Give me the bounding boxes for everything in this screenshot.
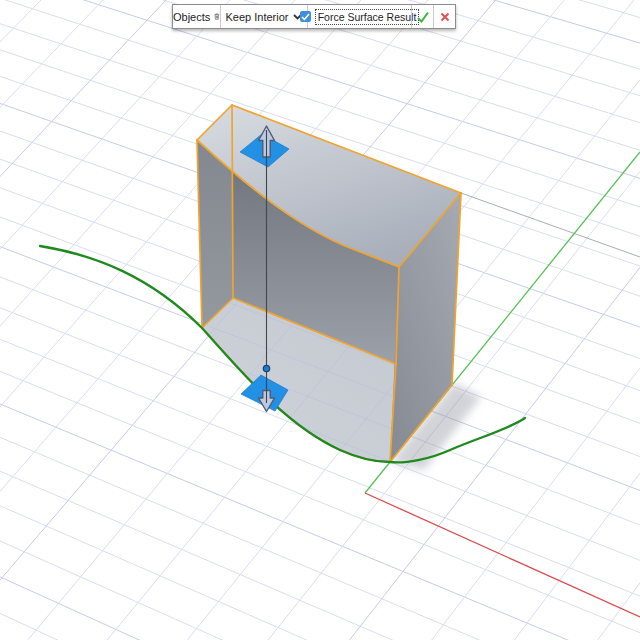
cancel-button[interactable]	[434, 5, 455, 28]
keep-interior-label: Keep Interior	[226, 11, 289, 23]
viewport-3d[interactable]	[0, 0, 640, 640]
force-surface-checkbox[interactable]	[300, 11, 311, 22]
force-surface-label[interactable]: Force Surface Result	[315, 9, 420, 25]
keep-interior-dropdown[interactable]: Keep Interior	[221, 5, 307, 28]
drag-origin-dot[interactable]	[263, 365, 269, 371]
accept-button[interactable]	[412, 5, 433, 28]
force-surface-option: Force Surface Result	[308, 5, 411, 28]
objects-label: Objects	[173, 11, 210, 23]
command-toolbar: Objects Keep Interior Force Surface Resu…	[172, 4, 456, 29]
app-window: Objects Keep Interior Force Surface Resu…	[0, 0, 640, 640]
x-axis-red	[365, 493, 640, 617]
x-icon	[440, 12, 450, 22]
cut-box-solid[interactable]	[0, 0, 640, 640]
checkmark-white-icon	[301, 13, 310, 21]
objects-button[interactable]: Objects	[173, 5, 220, 28]
construction-line	[461, 193, 640, 257]
check-icon	[416, 11, 430, 23]
